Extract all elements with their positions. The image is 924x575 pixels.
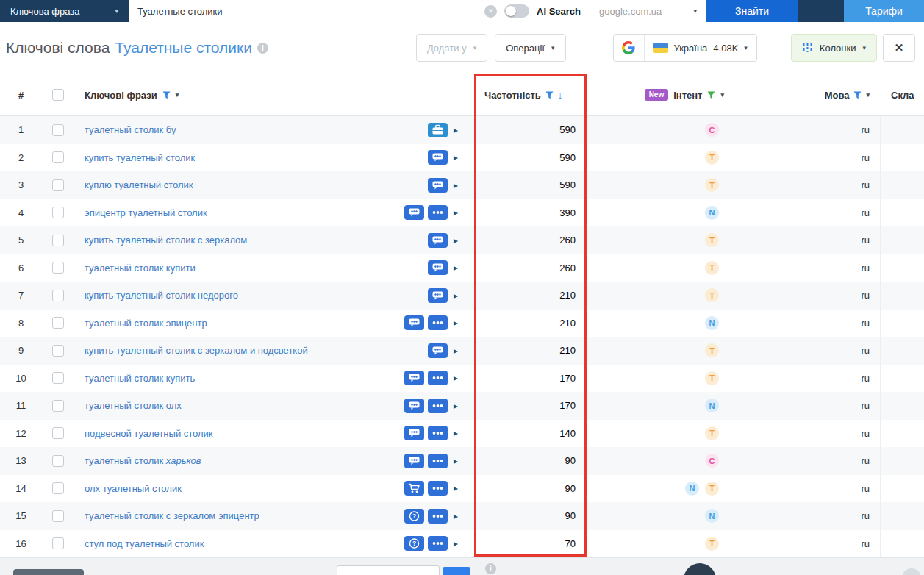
ellipsis-icon[interactable] [428,399,448,413]
chat-widget-button[interactable] [684,563,716,575]
search-type-dropdown[interactable]: Ключова фраза ▾ [0,0,129,22]
go-button[interactable] [443,567,470,575]
expand-caret-icon[interactable]: ▸ [454,374,458,382]
chat-icon[interactable] [428,260,448,275]
filter-icon[interactable] [853,91,862,99]
columns-button[interactable]: Колонки ▾ [791,34,877,62]
ellipsis-icon[interactable] [428,454,448,468]
add-to-button[interactable]: Додати у ▾ [416,34,487,62]
keyword-link[interactable]: купить туалетный столик недорого [85,290,238,301]
row-checkbox[interactable] [52,262,64,274]
row-checkbox[interactable] [52,538,64,549]
keyword-link[interactable]: туалетный столик олх [85,400,182,411]
search-input[interactable] [137,6,477,17]
keyword-link[interactable]: туалетный столик харьков [85,455,201,466]
expand-caret-icon[interactable]: ▸ [454,512,458,521]
row-checkbox[interactable] [52,345,64,357]
expand-caret-icon[interactable]: ▸ [454,429,458,438]
filter-icon[interactable] [162,91,171,99]
chat-icon[interactable] [428,288,448,303]
chat-icon[interactable] [404,399,424,413]
row-checkbox[interactable] [52,455,64,467]
question-icon[interactable]: ? [404,509,424,524]
briefcase-icon[interactable] [428,123,448,138]
keyword-link[interactable]: купить туалетный столик с зеркалом и под… [85,345,308,356]
filter-icon[interactable] [545,91,554,99]
chevron-down-icon[interactable]: ▾ [866,92,870,99]
chat-icon[interactable] [404,205,424,220]
ellipsis-icon[interactable] [428,205,448,220]
expand-caret-icon[interactable]: ▸ [454,236,458,245]
scroll-top-button-partial[interactable] [902,568,921,575]
operations-button[interactable]: Операції ▾ [495,34,565,62]
keyword-link[interactable]: туалетный столик купить [85,373,195,384]
chat-icon[interactable] [428,150,448,165]
expand-caret-icon[interactable]: ▸ [454,346,458,355]
tariffs-button[interactable]: Тарифи [844,0,924,22]
ellipsis-icon[interactable] [428,371,448,385]
filter-icon-green[interactable] [707,91,715,99]
expand-caret-icon[interactable]: ▸ [454,263,458,272]
row-checkbox[interactable] [52,372,64,384]
page-input[interactable] [337,565,440,575]
column-header-volume[interactable]: Частотність ↓ [476,74,586,115]
row-checkbox[interactable] [52,124,64,136]
chevron-down-icon[interactable]: ▾ [176,92,179,99]
expand-caret-icon[interactable]: ▸ [454,181,458,190]
expand-caret-icon[interactable]: ▸ [454,401,458,410]
ellipsis-icon[interactable] [428,315,448,330]
keyword-link[interactable]: купить туалетный столик с зеркалом [85,235,247,246]
chat-icon[interactable] [404,315,424,330]
row-checkbox[interactable] [52,427,64,439]
search-engine-dropdown[interactable]: google.com.ua ▾ [590,0,706,22]
keyword-link[interactable]: туалетный столик эпицентр [85,318,207,329]
clear-search-icon[interactable]: ✕ [484,5,497,18]
row-checkbox[interactable] [52,482,64,494]
row-checkbox[interactable] [52,151,64,163]
chat-icon[interactable] [404,426,424,440]
row-checkbox[interactable] [52,400,64,412]
row-checkbox[interactable] [52,510,64,522]
chat-icon[interactable] [404,454,424,468]
row-checkbox[interactable] [52,235,64,246]
keyword-link[interactable]: купить туалетный столик [85,152,195,163]
select-all-checkbox[interactable] [52,89,64,101]
expand-caret-icon[interactable]: ▸ [454,318,458,327]
question-icon[interactable]: ? [404,536,424,551]
info-icon[interactable]: i [257,43,268,54]
ellipsis-icon[interactable] [428,426,448,440]
ellipsis-icon[interactable] [428,509,448,524]
expand-caret-icon[interactable]: ▸ [454,208,458,217]
expand-caret-icon[interactable]: ▸ [454,291,458,300]
keyword-link[interactable]: олх туалетный столик [85,483,182,494]
ellipsis-icon[interactable] [428,481,448,496]
chat-icon[interactable] [428,343,448,358]
keyword-link[interactable]: туалетный столик купити [85,262,196,274]
keyword-link[interactable]: туалетный столик бу [85,124,176,135]
close-button[interactable]: ✕ [883,34,915,62]
row-checkbox[interactable] [52,179,64,191]
row-checkbox[interactable] [52,290,64,301]
chat-icon[interactable] [404,371,424,385]
keyword-link[interactable]: куплю туалетный столик [85,179,193,190]
chat-icon[interactable] [428,233,448,248]
keyword-link[interactable]: эпицентр туалетный столик [85,207,207,218]
cart-icon[interactable] [404,481,424,496]
keyword-link[interactable]: туалетный столик с зеркалом эпицентр [85,510,259,521]
keyword-link[interactable]: подвесной туалетный столик [85,428,213,439]
keyword-link[interactable]: стул под туалетный столик [85,538,204,549]
row-checkbox[interactable] [52,317,64,329]
expand-caret-icon[interactable]: ▸ [454,539,458,548]
export-button-partial[interactable] [13,569,84,575]
expand-caret-icon[interactable]: ▸ [454,126,458,135]
sort-desc-icon[interactable]: ↓ [558,90,563,101]
chevron-down-icon[interactable]: ▾ [720,92,724,99]
region-selector[interactable]: Україна 4.08K ▾ [613,34,757,62]
find-button[interactable]: Знайти [706,0,798,22]
expand-caret-icon[interactable]: ▸ [454,457,458,465]
expand-caret-icon[interactable]: ▸ [454,484,458,493]
expand-caret-icon[interactable]: ▸ [454,153,458,162]
ai-search-toggle[interactable] [504,4,529,18]
ellipsis-icon[interactable] [428,536,448,551]
chat-icon[interactable] [428,178,448,193]
